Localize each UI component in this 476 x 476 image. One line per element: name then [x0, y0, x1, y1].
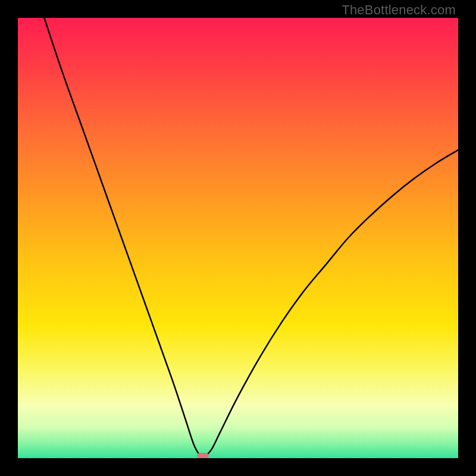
chart-frame: TheBottleneck.com — [0, 0, 476, 476]
watermark-text: TheBottleneck.com — [342, 2, 456, 18]
bottleneck-curve — [18, 18, 458, 458]
plot-area — [18, 18, 458, 458]
minimum-marker — [197, 453, 209, 458]
